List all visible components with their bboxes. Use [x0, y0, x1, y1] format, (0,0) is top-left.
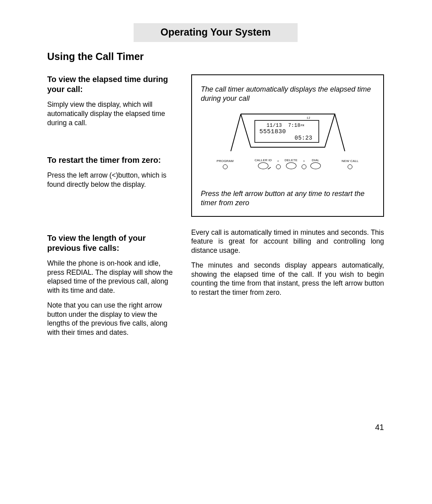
left-column: To view the elapsed time during your cal… [47, 74, 175, 343]
lcd-ampm: PM [301, 124, 304, 127]
caption-bottom: Press the left arrow button at any time … [201, 189, 374, 208]
delete-button [286, 162, 296, 169]
left-arrow-label: < [277, 159, 279, 163]
right-para-2: The minutes and seconds display appears … [191, 261, 384, 297]
program-button-group: PROGRAM [217, 159, 234, 169]
manual-page: Operating Your System Using the Call Tim… [0, 0, 432, 504]
header-banner: Operating Your System [134, 23, 298, 42]
lcd-phone-number: 5551830 [260, 128, 286, 135]
right-column: The call timer automatically displays th… [191, 74, 384, 343]
lcd-date: 11/13 7:18 [267, 123, 301, 128]
left-arrow-button [276, 164, 281, 169]
delete-button-group: DELETE [285, 158, 298, 169]
subhead-restart: To restart the timer from zero: [47, 155, 175, 165]
page-number: 41 [375, 423, 384, 432]
block-restart-timer: To restart the timer from zero: Press th… [47, 155, 175, 189]
lcd-indicator-12: 12 [307, 116, 310, 120]
callerid-button [258, 162, 268, 169]
callerid-label: CALLER ID [254, 158, 272, 162]
device-illustration: 12 11/13 7:18 PM 5551830 05:23 PROGRAM [217, 109, 359, 169]
callerid-button-group: CALLER ID [254, 158, 272, 169]
section-title: Using the Call Timer [47, 51, 384, 62]
lcd-timer: 05:23 [295, 135, 313, 141]
left-arrow-button-group: < [276, 159, 281, 169]
right-arrow-label: > [303, 159, 305, 163]
program-button [223, 164, 228, 169]
body-restart: Press the left arrow (<)button, which is… [47, 171, 175, 189]
caption-top: The call timer automatically displays th… [201, 85, 374, 104]
dial-button-group: DIAL [310, 158, 321, 169]
newcall-button [348, 164, 352, 169]
lcd-date-value: 11/13 [267, 123, 282, 128]
dial-label: DIAL [312, 158, 320, 162]
body-previous-1: While the phone is on-hook and idle, pre… [47, 259, 175, 295]
mid-buttons: CALLER ID < DELETE [254, 158, 320, 169]
block-view-elapsed: To view the elapsed time during your cal… [47, 74, 175, 127]
svg-line-0 [231, 114, 241, 151]
right-arrow-button [302, 164, 306, 169]
block-previous-calls: To view the length of your previous five… [47, 233, 175, 337]
subhead-previous: To view the length of your previous five… [47, 233, 175, 253]
svg-line-1 [335, 114, 345, 151]
lcd-time-value: 7:18 [288, 123, 300, 128]
body-previous-2: Note that you can use the right arrow bu… [47, 301, 175, 337]
dial-button [310, 162, 321, 169]
right-para-1: Every call is automatically timed in min… [191, 228, 384, 255]
newcall-label: NEW CALL [342, 159, 359, 163]
subhead-view-elapsed: To view the elapsed time during your cal… [47, 74, 175, 94]
content-columns: To view the elapsed time during your cal… [47, 74, 384, 343]
delete-label: DELETE [285, 158, 298, 162]
figure-box: The call timer automatically displays th… [191, 74, 384, 217]
right-arrow-button-group: > [302, 159, 306, 169]
newcall-button-group: NEW CALL [342, 159, 359, 169]
program-label: PROGRAM [217, 159, 234, 163]
device-button-row: PROGRAM CALLER ID < [217, 158, 359, 169]
body-view-elapsed: Simply view the display, which will auto… [47, 100, 175, 127]
